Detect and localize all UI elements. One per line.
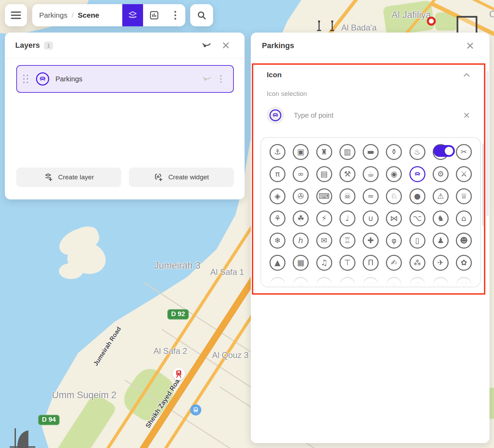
icon-option-bench[interactable]: π xyxy=(270,166,285,182)
icon-option-barbershop[interactable]: ✂ xyxy=(456,144,472,160)
icon-option-person[interactable]: ♟ xyxy=(433,233,449,249)
icon-option-gym[interactable]: ⋈ xyxy=(386,210,402,226)
metro-ring-marker xyxy=(427,17,436,26)
icon-option-attraction[interactable]: ♜ xyxy=(316,144,332,160)
layer-name: Parkings xyxy=(55,75,199,83)
icon-grid-row: ✶▬➘⌂▤▣♻▭Ψ xyxy=(261,277,480,287)
layer-more-button[interactable] xyxy=(214,71,227,87)
icon-option-computer[interactable]: ⌨ xyxy=(316,188,332,204)
layers-tool-button[interactable] xyxy=(122,4,143,26)
icon-option-marina[interactable]: ⚓ xyxy=(270,144,285,160)
map-canvas[interactable]: Al Jafiliya Al Bada'a O Jumeirah 3 Al Sa… xyxy=(0,0,494,448)
icon-option-bicycle[interactable]: ∞ xyxy=(293,166,309,182)
grid-scrollbar[interactable] xyxy=(482,143,485,226)
icon-option-tag[interactable]: ▬ xyxy=(293,277,309,287)
icon-option-golf[interactable]: ♩ xyxy=(339,210,355,226)
icon-option-horse[interactable]: ♞ xyxy=(433,210,449,226)
icon-option-flowers[interactable]: ⚘ xyxy=(270,210,285,226)
panel-scrollbar[interactable] xyxy=(486,71,489,216)
icon-option-water[interactable]: ● xyxy=(409,188,425,204)
icon-option-diving[interactable]: ≈ xyxy=(363,188,379,204)
icon-option-massage[interactable]: ℎ xyxy=(293,233,309,249)
icon-option-nature[interactable]: ☘ xyxy=(293,210,309,226)
icon-grid-row: ▲▦♫⊤Π✍⁂✈✿ xyxy=(261,255,480,271)
icon-option-mobile[interactable]: ▯ xyxy=(409,233,425,249)
icon-option-grocery[interactable]: ∪ xyxy=(363,210,379,226)
top-toolbar: Parkings / Scene xyxy=(32,4,185,26)
icon-option-market[interactable]: ♖ xyxy=(339,233,355,249)
icon-option-clothes[interactable]: ⌥ xyxy=(409,210,425,226)
icon-option-construction[interactable]: ⚒ xyxy=(339,166,355,182)
road-shield: D 92 xyxy=(167,309,189,320)
icon-option-car-parts[interactable]: ⚙ xyxy=(433,166,449,182)
close-icon xyxy=(464,112,470,118)
layers-panel: Layers 1 xyxy=(5,33,245,199)
search-icon xyxy=(197,10,206,20)
chevron-up-icon xyxy=(463,72,470,77)
clear-icon-selection-button[interactable] xyxy=(460,108,474,122)
icon-option-restaurant[interactable]: Ψ xyxy=(456,277,472,287)
icon-type-combobox[interactable]: Type of point xyxy=(251,107,489,124)
icon-option-plant[interactable]: ✿ xyxy=(456,255,472,271)
icon-option-bbq[interactable]: ♨ xyxy=(409,144,425,160)
icon-option-sofa[interactable]: ▭ xyxy=(433,277,449,287)
metro-station-marker[interactable] xyxy=(173,368,185,380)
icon-option-microphone[interactable]: φ xyxy=(386,233,402,249)
outline-toggle[interactable] xyxy=(433,145,455,157)
car-icon xyxy=(270,109,281,121)
icon-option-ice-rink[interactable]: ❄ xyxy=(270,233,285,249)
icon-grid-row: ❄ℎ✉♖✚φ▯♟☻ xyxy=(261,233,480,249)
more-options-button[interactable] xyxy=(165,4,185,26)
icon-option-offroad[interactable]: ◈ xyxy=(270,188,285,204)
icon-option-bank-card[interactable]: ▬ xyxy=(363,144,379,160)
icon-option-museum[interactable]: Π xyxy=(363,255,379,271)
close-layers-panel-button[interactable] xyxy=(218,37,234,54)
icon-option-medical[interactable]: ✚ xyxy=(363,233,379,249)
icon-option-recycling[interactable]: ♻ xyxy=(409,277,425,287)
icon-option-music[interactable]: ♫ xyxy=(316,255,332,271)
create-widget-icon xyxy=(154,172,164,182)
breadcrumb-current[interactable]: Scene xyxy=(78,11,99,19)
icon-option-fuel[interactable]: ⚡ xyxy=(316,210,332,226)
icon-option-printer[interactable]: ▤ xyxy=(363,277,379,287)
icon-option-laundry[interactable]: ▣ xyxy=(293,144,309,160)
bus-stop-marker[interactable] xyxy=(190,404,201,415)
icon-option-mail[interactable]: ✉ xyxy=(316,233,332,249)
icon-option-danger[interactable]: ☠ xyxy=(339,188,355,204)
icon-option-payment[interactable]: ✍ xyxy=(386,255,402,271)
icon-option-star[interactable]: ✶ xyxy=(270,277,285,287)
icon-option-oil[interactable]: ⊤ xyxy=(339,255,355,271)
toggle-all-visibility-button[interactable] xyxy=(198,37,215,54)
icon-option-atm[interactable]: ▥ xyxy=(339,144,355,160)
icon-option-car-repair[interactable]: ⚔ xyxy=(456,166,472,182)
icon-option-pets[interactable]: ⁂ xyxy=(409,255,425,271)
drag-handle-icon[interactable] xyxy=(23,75,28,83)
icon-option-airport[interactable]: ✈ xyxy=(433,255,449,271)
close-settings-panel-button[interactable] xyxy=(462,37,478,54)
icon-option-dog[interactable]: ♘ xyxy=(386,188,402,204)
menu-button[interactable] xyxy=(5,4,27,26)
create-layer-button[interactable]: Create layer xyxy=(16,168,121,187)
icon-option-theater[interactable]: ☻ xyxy=(456,233,472,249)
icon-option-office[interactable]: ▦ xyxy=(293,255,309,271)
icon-option-monument[interactable]: ♕ xyxy=(456,188,472,204)
icon-option-cafe[interactable]: ☕ xyxy=(363,166,379,182)
search-button[interactable] xyxy=(190,4,213,26)
create-widget-button[interactable]: Create widget xyxy=(129,168,234,187)
icon-option-bar[interactable]: ⚱ xyxy=(386,144,402,160)
icon-option-clipboard[interactable]: ▣ xyxy=(386,277,402,287)
icon-option-factory[interactable]: ⌂ xyxy=(339,277,355,287)
icon-option-library[interactable]: ▤ xyxy=(316,166,332,182)
icon-option-cinema[interactable]: ✇ xyxy=(293,188,309,204)
layer-visibility-button[interactable] xyxy=(199,71,214,87)
icon-option-mountain[interactable]: ▲ xyxy=(270,255,285,271)
icon-option-photo[interactable]: ◉ xyxy=(386,166,402,182)
icon-option-emergency[interactable]: ⚠ xyxy=(433,188,449,204)
icon-option-playground[interactable]: ➘ xyxy=(316,277,332,287)
icon-option-hospital[interactable]: ⌂ xyxy=(456,210,472,226)
widgets-tool-button[interactable] xyxy=(143,4,165,26)
breadcrumb-parent[interactable]: Parkings xyxy=(39,11,68,19)
icon-option-car[interactable] xyxy=(409,166,425,182)
layer-row-parkings[interactable]: Parkings xyxy=(16,65,234,93)
collapse-icon-section-button[interactable] xyxy=(460,68,474,82)
